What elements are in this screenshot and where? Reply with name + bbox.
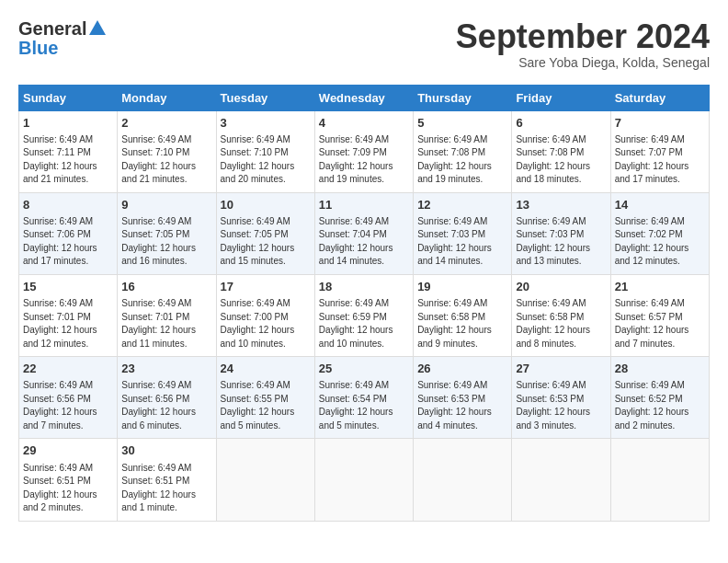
day-number: 3 bbox=[221, 115, 311, 132]
calendar-cell: 20Sunrise: 6:49 AM Sunset: 6:58 PM Dayli… bbox=[512, 274, 610, 356]
calendar-cell bbox=[610, 439, 709, 521]
day-number: 6 bbox=[516, 115, 606, 132]
calendar-row-2: 8Sunrise: 6:49 AM Sunset: 7:06 PM Daylig… bbox=[19, 192, 710, 274]
day-info: Sunrise: 6:49 AM Sunset: 7:06 PM Dayligh… bbox=[23, 215, 113, 269]
weekday-header-tuesday: Tuesday bbox=[216, 85, 314, 110]
calendar-cell: 29Sunrise: 6:49 AM Sunset: 6:51 PM Dayli… bbox=[19, 439, 118, 521]
day-info: Sunrise: 6:49 AM Sunset: 6:59 PM Dayligh… bbox=[319, 297, 409, 350]
weekday-header-thursday: Thursday bbox=[414, 85, 512, 110]
calendar-row-1: 1Sunrise: 6:49 AM Sunset: 7:11 PM Daylig… bbox=[19, 110, 710, 192]
calendar-cell bbox=[314, 439, 413, 521]
day-number: 29 bbox=[23, 442, 113, 459]
calendar-cell: 18Sunrise: 6:49 AM Sunset: 6:59 PM Dayli… bbox=[314, 274, 413, 356]
calendar-cell: 8Sunrise: 6:49 AM Sunset: 7:06 PM Daylig… bbox=[19, 192, 118, 274]
day-number: 23 bbox=[121, 361, 211, 377]
day-info: Sunrise: 6:49 AM Sunset: 6:56 PM Dayligh… bbox=[121, 379, 211, 432]
day-info: Sunrise: 6:49 AM Sunset: 6:55 PM Dayligh… bbox=[221, 379, 311, 432]
day-number: 27 bbox=[516, 361, 606, 377]
day-number: 28 bbox=[615, 361, 705, 377]
weekday-header-wednesday: Wednesday bbox=[314, 85, 413, 110]
day-info: Sunrise: 6:49 AM Sunset: 7:05 PM Dayligh… bbox=[221, 215, 311, 269]
day-info: Sunrise: 6:49 AM Sunset: 6:57 PM Dayligh… bbox=[615, 297, 705, 350]
day-number: 30 bbox=[121, 442, 211, 459]
calendar-cell: 27Sunrise: 6:49 AM Sunset: 6:53 PM Dayli… bbox=[512, 357, 610, 439]
day-info: Sunrise: 6:49 AM Sunset: 7:09 PM Dayligh… bbox=[319, 133, 409, 187]
calendar-cell: 19Sunrise: 6:49 AM Sunset: 6:58 PM Dayli… bbox=[414, 274, 512, 356]
calendar-cell bbox=[216, 439, 314, 521]
calendar-cell bbox=[414, 439, 512, 521]
calendar-cell: 1Sunrise: 6:49 AM Sunset: 7:11 PM Daylig… bbox=[19, 110, 118, 192]
day-info: Sunrise: 6:49 AM Sunset: 7:08 PM Dayligh… bbox=[417, 133, 507, 187]
day-number: 15 bbox=[23, 279, 113, 295]
day-number: 14 bbox=[615, 197, 705, 213]
calendar-table: SundayMondayTuesdayWednesdayThursdayFrid… bbox=[18, 85, 710, 522]
day-number: 17 bbox=[221, 279, 311, 295]
day-info: Sunrise: 6:49 AM Sunset: 7:10 PM Dayligh… bbox=[121, 133, 211, 187]
day-number: 25 bbox=[319, 361, 409, 377]
title-section: September 2024 Sare Yoba Diega, Kolda, S… bbox=[456, 18, 710, 70]
calendar-cell: 26Sunrise: 6:49 AM Sunset: 6:53 PM Dayli… bbox=[414, 357, 512, 439]
month-title: September 2024 bbox=[456, 18, 710, 55]
weekday-header-friday: Friday bbox=[512, 85, 610, 110]
day-number: 13 bbox=[516, 197, 606, 213]
day-number: 19 bbox=[417, 279, 507, 295]
weekday-header-saturday: Saturday bbox=[610, 85, 709, 110]
day-number: 20 bbox=[516, 279, 606, 295]
calendar-cell: 22Sunrise: 6:49 AM Sunset: 6:56 PM Dayli… bbox=[19, 357, 118, 439]
day-number: 11 bbox=[319, 197, 409, 213]
calendar-cell: 25Sunrise: 6:49 AM Sunset: 6:54 PM Dayli… bbox=[314, 357, 413, 439]
page-header: General Blue September 2024 Sare Yoba Di… bbox=[18, 18, 710, 70]
calendar-cell: 14Sunrise: 6:49 AM Sunset: 7:02 PM Dayli… bbox=[610, 192, 709, 274]
calendar-cell: 30Sunrise: 6:49 AM Sunset: 6:51 PM Dayli… bbox=[118, 439, 216, 521]
day-number: 2 bbox=[121, 115, 211, 132]
day-number: 26 bbox=[417, 361, 507, 377]
day-info: Sunrise: 6:49 AM Sunset: 7:07 PM Dayligh… bbox=[615, 133, 705, 187]
day-number: 22 bbox=[23, 361, 113, 377]
calendar-row-4: 22Sunrise: 6:49 AM Sunset: 6:56 PM Dayli… bbox=[19, 357, 710, 439]
weekday-header-row: SundayMondayTuesdayWednesdayThursdayFrid… bbox=[19, 85, 710, 110]
day-number: 4 bbox=[319, 115, 409, 132]
location-subtitle: Sare Yoba Diega, Kolda, Senegal bbox=[456, 55, 710, 70]
calendar-cell: 5Sunrise: 6:49 AM Sunset: 7:08 PM Daylig… bbox=[414, 110, 512, 192]
day-info: Sunrise: 6:49 AM Sunset: 7:11 PM Dayligh… bbox=[23, 133, 113, 187]
day-number: 5 bbox=[417, 115, 507, 132]
logo: General Blue bbox=[18, 18, 106, 59]
day-info: Sunrise: 6:49 AM Sunset: 6:53 PM Dayligh… bbox=[417, 379, 507, 432]
calendar-cell: 9Sunrise: 6:49 AM Sunset: 7:05 PM Daylig… bbox=[118, 192, 216, 274]
day-info: Sunrise: 6:49 AM Sunset: 7:03 PM Dayligh… bbox=[417, 215, 507, 269]
day-number: 9 bbox=[121, 197, 211, 213]
day-info: Sunrise: 6:49 AM Sunset: 7:04 PM Dayligh… bbox=[319, 215, 409, 269]
day-number: 16 bbox=[121, 279, 211, 295]
day-info: Sunrise: 6:49 AM Sunset: 6:51 PM Dayligh… bbox=[23, 462, 113, 515]
day-info: Sunrise: 6:49 AM Sunset: 7:10 PM Dayligh… bbox=[221, 133, 311, 187]
calendar-cell: 4Sunrise: 6:49 AM Sunset: 7:09 PM Daylig… bbox=[314, 110, 413, 192]
calendar-cell: 16Sunrise: 6:49 AM Sunset: 7:01 PM Dayli… bbox=[118, 274, 216, 356]
day-number: 21 bbox=[615, 279, 705, 295]
day-info: Sunrise: 6:49 AM Sunset: 7:00 PM Dayligh… bbox=[221, 297, 311, 350]
day-number: 7 bbox=[615, 115, 705, 132]
day-info: Sunrise: 6:49 AM Sunset: 6:58 PM Dayligh… bbox=[516, 297, 606, 350]
day-info: Sunrise: 6:49 AM Sunset: 7:01 PM Dayligh… bbox=[121, 297, 211, 350]
calendar-cell: 21Sunrise: 6:49 AM Sunset: 6:57 PM Dayli… bbox=[610, 274, 709, 356]
day-info: Sunrise: 6:49 AM Sunset: 7:05 PM Dayligh… bbox=[121, 215, 211, 269]
calendar-cell: 7Sunrise: 6:49 AM Sunset: 7:07 PM Daylig… bbox=[610, 110, 709, 192]
calendar-cell: 15Sunrise: 6:49 AM Sunset: 7:01 PM Dayli… bbox=[19, 274, 118, 356]
calendar-cell: 11Sunrise: 6:49 AM Sunset: 7:04 PM Dayli… bbox=[314, 192, 413, 274]
day-info: Sunrise: 6:49 AM Sunset: 6:54 PM Dayligh… bbox=[319, 379, 409, 432]
day-info: Sunrise: 6:49 AM Sunset: 7:03 PM Dayligh… bbox=[516, 215, 606, 269]
calendar-cell: 13Sunrise: 6:49 AM Sunset: 7:03 PM Dayli… bbox=[512, 192, 610, 274]
calendar-cell: 2Sunrise: 6:49 AM Sunset: 7:10 PM Daylig… bbox=[118, 110, 216, 192]
day-info: Sunrise: 6:49 AM Sunset: 7:01 PM Dayligh… bbox=[23, 297, 113, 350]
day-number: 8 bbox=[23, 197, 113, 213]
calendar-cell: 17Sunrise: 6:49 AM Sunset: 7:00 PM Dayli… bbox=[216, 274, 314, 356]
logo-triangle-icon bbox=[89, 20, 106, 35]
weekday-header-monday: Monday bbox=[118, 85, 216, 110]
day-info: Sunrise: 6:49 AM Sunset: 6:52 PM Dayligh… bbox=[615, 379, 705, 432]
day-info: Sunrise: 6:49 AM Sunset: 6:53 PM Dayligh… bbox=[516, 379, 606, 432]
day-info: Sunrise: 6:49 AM Sunset: 6:58 PM Dayligh… bbox=[417, 297, 507, 350]
calendar-row-3: 15Sunrise: 6:49 AM Sunset: 7:01 PM Dayli… bbox=[19, 274, 710, 356]
calendar-row-5: 29Sunrise: 6:49 AM Sunset: 6:51 PM Dayli… bbox=[19, 439, 710, 521]
day-info: Sunrise: 6:49 AM Sunset: 7:08 PM Dayligh… bbox=[516, 133, 606, 187]
calendar-cell: 6Sunrise: 6:49 AM Sunset: 7:08 PM Daylig… bbox=[512, 110, 610, 192]
day-number: 24 bbox=[221, 361, 311, 377]
